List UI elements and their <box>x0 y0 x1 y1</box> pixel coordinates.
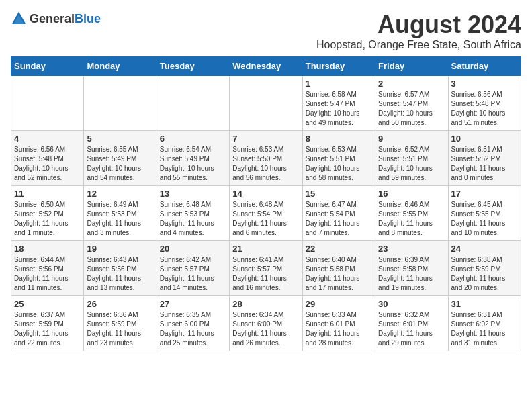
calendar-cell: 17Sunrise: 6:45 AMSunset: 5:55 PMDayligh… <box>448 186 521 241</box>
day-number: 12 <box>87 189 153 199</box>
day-number: 19 <box>87 244 153 254</box>
day-number: 21 <box>232 244 299 254</box>
weekday-header-row: SundayMondayTuesdayWednesdayThursdayFrid… <box>11 57 521 76</box>
day-info: Sunrise: 6:54 AMSunset: 5:49 PMDaylight:… <box>160 145 226 183</box>
day-info: Sunrise: 6:46 AMSunset: 5:55 PMDaylight:… <box>378 200 445 238</box>
day-info: Sunrise: 6:53 AMSunset: 5:50 PMDaylight:… <box>232 145 299 183</box>
calendar-cell: 3Sunrise: 6:56 AMSunset: 5:48 PMDaylight… <box>448 76 521 131</box>
calendar-cell: 1Sunrise: 6:58 AMSunset: 5:47 PMDaylight… <box>302 76 375 131</box>
logo-icon <box>11 11 27 27</box>
weekday-header-thursday: Thursday <box>302 57 375 76</box>
calendar-cell: 25Sunrise: 6:37 AMSunset: 5:59 PMDayligh… <box>11 296 84 351</box>
day-info: Sunrise: 6:48 AMSunset: 5:53 PMDaylight:… <box>160 200 226 238</box>
calendar-cell: 10Sunrise: 6:51 AMSunset: 5:52 PMDayligh… <box>448 131 521 186</box>
calendar-cell: 19Sunrise: 6:43 AMSunset: 5:56 PMDayligh… <box>84 241 157 296</box>
calendar-cell <box>11 76 84 131</box>
calendar-cell: 29Sunrise: 6:33 AMSunset: 6:01 PMDayligh… <box>302 296 375 351</box>
day-number: 24 <box>451 244 518 254</box>
subtitle: Hoopstad, Orange Free State, South Afric… <box>316 39 521 51</box>
day-info: Sunrise: 6:38 AMSunset: 5:59 PMDaylight:… <box>451 255 518 293</box>
calendar-cell: 27Sunrise: 6:35 AMSunset: 6:00 PMDayligh… <box>157 296 229 351</box>
calendar-cell: 28Sunrise: 6:34 AMSunset: 6:00 PMDayligh… <box>230 296 302 351</box>
day-number: 6 <box>160 134 226 144</box>
calendar-cell: 5Sunrise: 6:55 AMSunset: 5:49 PMDaylight… <box>84 131 157 186</box>
calendar-cell: 31Sunrise: 6:31 AMSunset: 6:02 PMDayligh… <box>448 296 521 351</box>
page-container: GeneralBlue August 2024 Hoopstad, Orange… <box>11 11 521 351</box>
calendar-cell: 14Sunrise: 6:48 AMSunset: 5:54 PMDayligh… <box>230 186 302 241</box>
week-row-4: 25Sunrise: 6:37 AMSunset: 5:59 PMDayligh… <box>11 296 521 351</box>
calendar-cell: 30Sunrise: 6:32 AMSunset: 6:01 PMDayligh… <box>375 296 448 351</box>
day-number: 27 <box>160 299 226 309</box>
day-info: Sunrise: 6:35 AMSunset: 6:00 PMDaylight:… <box>160 310 226 348</box>
weekday-header-saturday: Saturday <box>448 57 521 76</box>
logo-general: GeneralBlue <box>30 12 101 26</box>
day-info: Sunrise: 6:58 AMSunset: 5:47 PMDaylight:… <box>306 90 372 128</box>
day-info: Sunrise: 6:56 AMSunset: 5:48 PMDaylight:… <box>14 145 81 183</box>
title-area: August 2024 Hoopstad, Orange Free State,… <box>316 11 521 51</box>
calendar-cell <box>84 76 157 131</box>
day-number: 25 <box>14 299 81 309</box>
day-info: Sunrise: 6:52 AMSunset: 5:51 PMDaylight:… <box>378 145 445 183</box>
day-info: Sunrise: 6:44 AMSunset: 5:56 PMDaylight:… <box>14 255 81 293</box>
day-info: Sunrise: 6:47 AMSunset: 5:54 PMDaylight:… <box>306 200 372 238</box>
day-number: 13 <box>160 189 226 199</box>
weekday-header-monday: Monday <box>84 57 157 76</box>
calendar-cell: 12Sunrise: 6:49 AMSunset: 5:53 PMDayligh… <box>84 186 157 241</box>
day-number: 30 <box>378 299 445 309</box>
day-number: 2 <box>378 79 445 89</box>
weekday-header-friday: Friday <box>375 57 448 76</box>
day-number: 28 <box>232 299 299 309</box>
day-info: Sunrise: 6:57 AMSunset: 5:47 PMDaylight:… <box>378 90 445 128</box>
day-number: 7 <box>232 134 299 144</box>
calendar-table: SundayMondayTuesdayWednesdayThursdayFrid… <box>11 56 521 351</box>
week-row-0: 1Sunrise: 6:58 AMSunset: 5:47 PMDaylight… <box>11 76 521 131</box>
day-info: Sunrise: 6:31 AMSunset: 6:02 PMDaylight:… <box>451 310 518 348</box>
day-number: 29 <box>306 299 372 309</box>
week-row-2: 11Sunrise: 6:50 AMSunset: 5:52 PMDayligh… <box>11 186 521 241</box>
calendar-cell: 21Sunrise: 6:41 AMSunset: 5:57 PMDayligh… <box>230 241 302 296</box>
day-info: Sunrise: 6:37 AMSunset: 5:59 PMDaylight:… <box>14 310 81 348</box>
day-number: 18 <box>14 244 81 254</box>
calendar-cell: 7Sunrise: 6:53 AMSunset: 5:50 PMDaylight… <box>230 131 302 186</box>
calendar-cell <box>157 76 229 131</box>
day-number: 26 <box>87 299 153 309</box>
calendar-cell: 22Sunrise: 6:40 AMSunset: 5:58 PMDayligh… <box>302 241 375 296</box>
day-info: Sunrise: 6:50 AMSunset: 5:52 PMDaylight:… <box>14 200 81 238</box>
calendar-cell: 11Sunrise: 6:50 AMSunset: 5:52 PMDayligh… <box>11 186 84 241</box>
weekday-header-wednesday: Wednesday <box>230 57 302 76</box>
weekday-header-sunday: Sunday <box>11 57 84 76</box>
day-number: 11 <box>14 189 81 199</box>
calendar-cell: 24Sunrise: 6:38 AMSunset: 5:59 PMDayligh… <box>448 241 521 296</box>
day-number: 16 <box>378 189 445 199</box>
day-info: Sunrise: 6:34 AMSunset: 6:00 PMDaylight:… <box>232 310 299 348</box>
day-number: 22 <box>306 244 372 254</box>
logo: GeneralBlue <box>11 11 101 27</box>
day-info: Sunrise: 6:42 AMSunset: 5:57 PMDaylight:… <box>160 255 226 293</box>
calendar-cell: 6Sunrise: 6:54 AMSunset: 5:49 PMDaylight… <box>157 131 229 186</box>
day-number: 15 <box>306 189 372 199</box>
calendar-cell: 15Sunrise: 6:47 AMSunset: 5:54 PMDayligh… <box>302 186 375 241</box>
day-number: 20 <box>160 244 226 254</box>
calendar-cell: 13Sunrise: 6:48 AMSunset: 5:53 PMDayligh… <box>157 186 229 241</box>
day-number: 1 <box>306 79 372 89</box>
day-info: Sunrise: 6:40 AMSunset: 5:58 PMDaylight:… <box>306 255 372 293</box>
day-info: Sunrise: 6:39 AMSunset: 5:58 PMDaylight:… <box>378 255 445 293</box>
day-info: Sunrise: 6:32 AMSunset: 6:01 PMDaylight:… <box>378 310 445 348</box>
day-info: Sunrise: 6:48 AMSunset: 5:54 PMDaylight:… <box>232 200 299 238</box>
day-number: 3 <box>451 79 518 89</box>
day-info: Sunrise: 6:33 AMSunset: 6:01 PMDaylight:… <box>306 310 372 348</box>
day-number: 10 <box>451 134 518 144</box>
calendar-cell: 26Sunrise: 6:36 AMSunset: 5:59 PMDayligh… <box>84 296 157 351</box>
week-row-3: 18Sunrise: 6:44 AMSunset: 5:56 PMDayligh… <box>11 241 521 296</box>
day-number: 5 <box>87 134 153 144</box>
day-info: Sunrise: 6:43 AMSunset: 5:56 PMDaylight:… <box>87 255 153 293</box>
calendar-cell: 23Sunrise: 6:39 AMSunset: 5:58 PMDayligh… <box>375 241 448 296</box>
day-number: 9 <box>378 134 445 144</box>
day-info: Sunrise: 6:45 AMSunset: 5:55 PMDaylight:… <box>451 200 518 238</box>
day-info: Sunrise: 6:55 AMSunset: 5:49 PMDaylight:… <box>87 145 153 183</box>
calendar-cell: 18Sunrise: 6:44 AMSunset: 5:56 PMDayligh… <box>11 241 84 296</box>
calendar-cell: 9Sunrise: 6:52 AMSunset: 5:51 PMDaylight… <box>375 131 448 186</box>
weekday-header-tuesday: Tuesday <box>157 57 229 76</box>
calendar-cell: 4Sunrise: 6:56 AMSunset: 5:48 PMDaylight… <box>11 131 84 186</box>
day-info: Sunrise: 6:51 AMSunset: 5:52 PMDaylight:… <box>451 145 518 183</box>
